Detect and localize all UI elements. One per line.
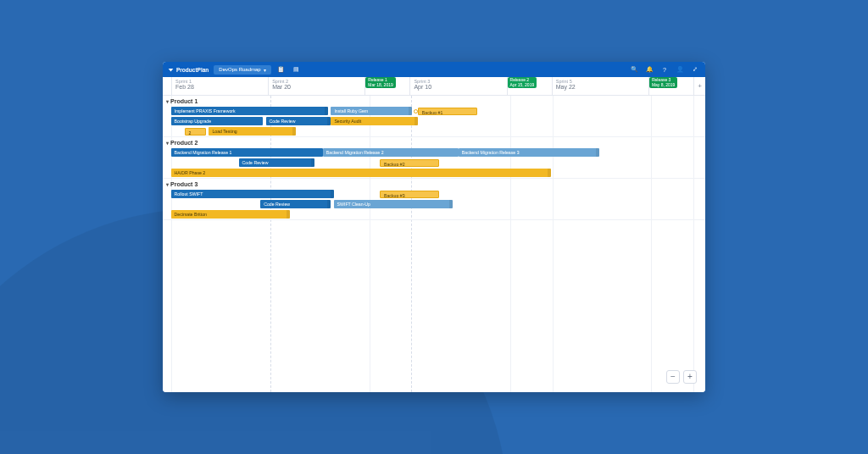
- timeline-col[interactable]: Release 2 Apr 15, 2019: [507, 77, 552, 95]
- task-bar[interactable]: SWIFT Clean-Up: [334, 200, 453, 208]
- zoom-out-button[interactable]: −: [666, 370, 680, 384]
- task-bar[interactable]: Code Review: [260, 200, 331, 208]
- bell-icon[interactable]: 🔔: [644, 64, 654, 75]
- task-bar[interactable]: Backup #1: [418, 108, 477, 115]
- sprint-date: May 22: [556, 84, 645, 90]
- sprint-date: Apr 10: [414, 84, 503, 90]
- add-column-button[interactable]: +: [693, 77, 705, 95]
- help-icon[interactable]: ?: [659, 64, 670, 75]
- timeline-header: Sprint 1 Feb 28 Sprint 2 Mar 20 Release …: [163, 77, 705, 96]
- task-bar[interactable]: Security Audit: [331, 117, 417, 125]
- expand-icon[interactable]: ⤢: [690, 64, 700, 75]
- task-bar[interactable]: Backend Migration Release 3: [459, 148, 599, 157]
- task-bar[interactable]: Install Ruby Gem: [331, 107, 412, 115]
- zoom-in-button[interactable]: +: [683, 370, 697, 384]
- search-icon[interactable]: 🔍: [629, 64, 639, 75]
- task-bar[interactable]: Code Review: [266, 117, 331, 125]
- task-bar[interactable]: Backend Migration Release 2: [323, 148, 459, 157]
- task-bar[interactable]: Backend Migration Release 1: [171, 148, 323, 157]
- timeline-col[interactable]: Release 3 May 8, 2019: [648, 77, 693, 95]
- timeline-col[interactable]: Sprint 2 Mar 20: [268, 77, 364, 95]
- brand-label: ProductPlan: [176, 67, 209, 73]
- brand[interactable]: ProductPlan: [168, 67, 209, 73]
- task-bar[interactable]: HA/DR Phase 2: [171, 169, 551, 177]
- gantt-body: ▾ Product 1 Implement PRAXIS Framework I…: [163, 96, 705, 392]
- caret-down-icon: ▾: [166, 181, 169, 187]
- group-name: Product 2: [170, 140, 198, 146]
- task-bar[interactable]: Code Review: [239, 158, 315, 167]
- timeline-col[interactable]: Sprint 5 May 22: [552, 77, 648, 95]
- roadmap-name: DevOps Roadmap: [219, 67, 260, 72]
- group-header[interactable]: ▾ Product 1: [163, 96, 705, 106]
- user-icon[interactable]: 👤: [675, 64, 685, 75]
- task-bar[interactable]: 2: [185, 128, 207, 136]
- task-bar[interactable]: Decimate Britton: [171, 210, 291, 219]
- connector-dot: [414, 109, 418, 114]
- group-header[interactable]: ▾ Product 3: [163, 179, 705, 189]
- timeline-col[interactable]: Sprint 3 Apr 10: [409, 77, 506, 95]
- task-bar[interactable]: Rollout SWIFT: [171, 190, 334, 198]
- clipboard-icon[interactable]: 📋: [276, 64, 287, 75]
- task-bar[interactable]: Backup #2: [380, 159, 439, 167]
- timeline-col[interactable]: Sprint 1 Feb 28: [171, 77, 268, 95]
- task-bar[interactable]: Implement PRAXIS Framework: [171, 107, 329, 115]
- release-tag[interactable]: Release 3 May 8, 2019: [649, 77, 678, 88]
- release-tag[interactable]: Release 1 Mar 18, 2019: [365, 77, 395, 88]
- caret-down-icon: ▾: [166, 140, 169, 146]
- group-name: Product 3: [170, 181, 198, 187]
- caret-down-icon: ▾: [166, 98, 169, 104]
- group-name: Product 1: [170, 98, 198, 104]
- group-header[interactable]: ▾ Product 2: [163, 137, 705, 147]
- zoom-controls: − +: [666, 370, 697, 384]
- task-bar[interactable]: Backup #3: [380, 191, 439, 198]
- sprint-date: Feb 28: [175, 84, 264, 90]
- top-bar: ProductPlan DevOps Roadmap ▾ 📋 ▤ 🔍 🔔 ? 👤…: [163, 62, 705, 77]
- layout-icon[interactable]: ▤: [292, 64, 302, 75]
- app-window: ProductPlan DevOps Roadmap ▾ 📋 ▤ 🔍 🔔 ? 👤…: [163, 62, 705, 392]
- task-bar[interactable]: Load Testing: [209, 127, 295, 136]
- roadmap-selector[interactable]: DevOps Roadmap ▾: [214, 65, 270, 75]
- release-tag[interactable]: Release 2 Apr 15, 2019: [508, 77, 537, 88]
- logo-icon: [168, 67, 174, 73]
- sprint-date: Mar 20: [272, 84, 361, 90]
- task-bar[interactable]: Bootstrap Upgrade: [171, 117, 264, 125]
- chevron-down-icon: ▾: [264, 67, 266, 73]
- timeline-col[interactable]: Release 1 Mar 18, 2019: [364, 77, 409, 95]
